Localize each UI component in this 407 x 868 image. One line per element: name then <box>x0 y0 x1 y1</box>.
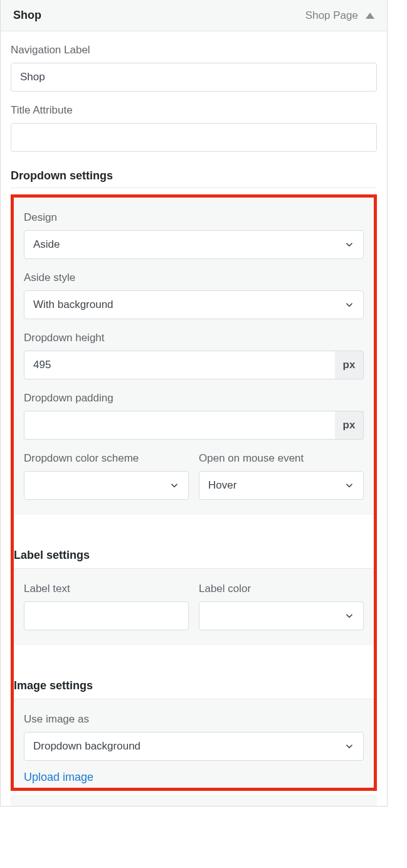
dropdown-row: Dropdown color scheme Open on mouse even… <box>24 452 364 500</box>
mouse-event-select[interactable]: Hover <box>199 471 364 500</box>
padding-unit-label: px <box>335 411 364 440</box>
panel-title: Shop <box>13 9 41 22</box>
color-scheme-field: Dropdown color scheme <box>24 452 189 500</box>
image-settings-section: Use image as Dropdown background Upload … <box>14 699 374 788</box>
use-image-select[interactable]: Dropdown background <box>24 732 364 761</box>
label-color-select[interactable] <box>199 601 364 630</box>
panel-body: Navigation Label Title Attribute Dropdow… <box>1 31 387 806</box>
title-attribute-label: Title Attribute <box>11 104 377 117</box>
aside-style-field: Aside style With background <box>24 272 364 319</box>
panel-meta: Shop Page <box>305 9 374 22</box>
mouse-event-field: Open on mouse event Hover <box>199 452 364 500</box>
dropdown-padding-input[interactable] <box>24 411 335 440</box>
section-gap <box>14 515 374 542</box>
menu-item-panel: Shop Shop Page Navigation Label Title At… <box>0 0 388 807</box>
navigation-label-field: Navigation Label <box>11 44 377 92</box>
use-image-label: Use image as <box>24 713 364 726</box>
trailing-gray-strip <box>11 795 377 806</box>
dropdown-padding-label: Dropdown padding <box>24 392 364 405</box>
dropdown-height-label: Dropdown height <box>24 332 364 344</box>
label-settings-heading: Label settings <box>14 542 374 569</box>
title-attribute-input[interactable] <box>11 123 377 152</box>
image-settings-block: Image settings Use image as Dropdown bac… <box>14 673 374 788</box>
height-unit-label: px <box>335 351 364 379</box>
aside-style-select-value: With background <box>33 299 114 311</box>
color-scheme-label: Dropdown color scheme <box>24 452 189 465</box>
label-text-field: Label text <box>24 583 189 630</box>
design-select[interactable]: Aside <box>24 230 364 259</box>
design-label: Design <box>24 211 364 224</box>
mouse-event-select-value: Hover <box>208 479 236 492</box>
use-image-field: Use image as Dropdown background <box>24 713 364 761</box>
label-settings-block: Label settings Label text Label color <box>14 542 374 645</box>
dropdown-height-input[interactable] <box>24 351 335 379</box>
color-scheme-select[interactable] <box>24 471 189 500</box>
aside-style-label: Aside style <box>24 272 364 284</box>
navigation-label-input[interactable] <box>11 63 377 92</box>
navigation-label-label: Navigation Label <box>11 44 377 56</box>
dropdown-padding-field: Dropdown padding px <box>24 392 364 440</box>
title-attribute-field: Title Attribute <box>11 104 377 152</box>
label-text-input[interactable] <box>24 601 189 630</box>
label-color-label: Label color <box>199 583 364 595</box>
label-settings-section: Label text Label color <box>14 569 374 645</box>
upload-image-link[interactable]: Upload image <box>24 771 93 784</box>
design-field: Design Aside <box>24 211 364 259</box>
highlighted-settings-box: Design Aside Aside style With <box>11 194 377 791</box>
label-text-label: Label text <box>24 583 189 595</box>
aside-style-select[interactable]: With background <box>24 290 364 319</box>
use-image-select-value: Dropdown background <box>33 740 140 753</box>
item-type-label: Shop Page <box>305 9 358 22</box>
dropdown-height-field: Dropdown height px <box>24 332 364 379</box>
image-settings-heading: Image settings <box>14 673 374 699</box>
label-color-field: Label color <box>199 583 364 630</box>
panel-header[interactable]: Shop Shop Page <box>1 0 387 31</box>
mouse-event-label: Open on mouse event <box>199 452 364 465</box>
section-gap <box>14 645 374 673</box>
dropdown-settings-heading: Dropdown settings <box>11 164 377 188</box>
dropdown-settings-section: Design Aside Aside style With <box>14 198 374 515</box>
collapse-up-icon[interactable] <box>366 13 374 19</box>
design-select-value: Aside <box>33 238 60 251</box>
